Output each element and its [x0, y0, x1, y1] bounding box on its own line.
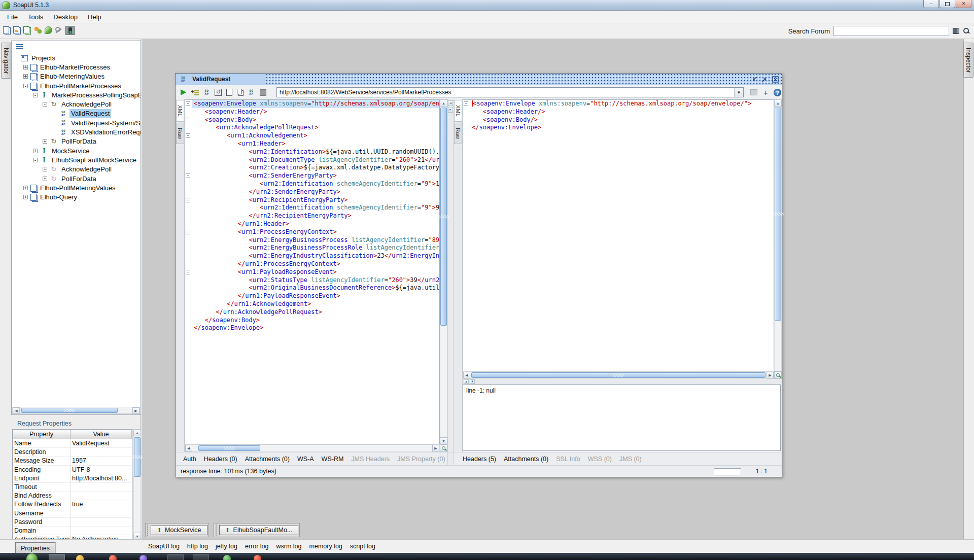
- taskbar-icon[interactable]: [193, 554, 209, 560]
- fold-icon[interactable]: -: [464, 101, 468, 106]
- tree-options-icon[interactable]: [16, 44, 23, 49]
- recreate-request-icon[interactable]: [215, 89, 222, 96]
- property-row-username[interactable]: Username: [13, 509, 132, 518]
- scroll-down-icon[interactable]: ▼: [440, 437, 447, 444]
- collapse-icon[interactable]: -: [33, 158, 38, 162]
- log-tab-jetty-log[interactable]: jetty log: [216, 543, 237, 550]
- scrollbar-thumb[interactable]: [21, 408, 118, 413]
- scroll-up-icon[interactable]: ▲: [133, 429, 141, 436]
- response-tab-headers-5[interactable]: Headers (5): [463, 456, 496, 463]
- endpoint-combo[interactable]: http://localhost:8082/WebService/service…: [276, 87, 744, 97]
- submit-request-icon[interactable]: [181, 89, 186, 95]
- log-tab-http-log[interactable]: http log: [187, 543, 208, 550]
- scroll-up-icon[interactable]: ▲: [440, 99, 447, 107]
- tree-item-acknowledgepoll[interactable]: +AcknowledgePoll: [12, 165, 141, 174]
- tree-item-elhub-pollmarketprocesses[interactable]: -Elhub-PollMarketProcesses: [12, 81, 141, 90]
- expand-icon[interactable]: +: [33, 149, 38, 153]
- scroll-down-icon[interactable]: ▼: [133, 533, 141, 540]
- minimize-button[interactable]: –: [923, 0, 939, 8]
- soap-request-icon[interactable]: [202, 88, 211, 97]
- tree-item-pollfordata[interactable]: +PollForData: [12, 174, 141, 183]
- properties-tab-button[interactable]: Properties: [15, 542, 55, 554]
- property-value[interactable]: [71, 509, 132, 517]
- import-project-icon[interactable]: [13, 26, 19, 33]
- clone-request-icon[interactable]: [237, 89, 242, 94]
- property-row-timeout[interactable]: Timeout: [13, 483, 132, 492]
- horizontal-scrollbar[interactable]: ◀ ▶: [12, 407, 140, 414]
- tree-item-elhub-query[interactable]: +Elhub-Query: [12, 192, 141, 201]
- soap-response-icon[interactable]: [247, 88, 256, 97]
- request-tab-attachments-0[interactable]: Attachments (0): [245, 456, 290, 463]
- collapse-icon[interactable]: -: [43, 102, 47, 107]
- menu-help[interactable]: Help: [83, 12, 107, 22]
- taskbar-icon[interactable]: [254, 555, 261, 560]
- property-row-domain[interactable]: Domain: [13, 527, 132, 535]
- scroll-up-icon[interactable]: ▲: [774, 99, 782, 107]
- maximize-button[interactable]: [940, 0, 955, 8]
- soapui-home-icon[interactable]: [45, 26, 52, 34]
- log-splitter[interactable]: ▲ ▼: [463, 379, 782, 384]
- property-row-bind-address[interactable]: Bind Address: [13, 492, 132, 500]
- tree-item-pollfordata[interactable]: +PollForData: [12, 137, 141, 146]
- tree-item-acknowledgepoll[interactable]: -AcknowledgePoll: [12, 99, 141, 109]
- taskbar-icon[interactable]: [76, 555, 84, 560]
- log-tab-soapui-log[interactable]: SoapUI log: [148, 543, 180, 550]
- change-wsdl-icon[interactable]: [750, 89, 757, 95]
- scroll-right-icon[interactable]: ▶: [132, 407, 140, 413]
- minimized-window-button-elhubsoapfaultmo[interactable]: ElhubSoapFaultMo...: [219, 525, 299, 535]
- search-corner-icon[interactable]: [440, 444, 447, 452]
- property-value[interactable]: http://localhost:80...: [71, 474, 132, 482]
- chevron-down-icon[interactable]: ▼: [734, 88, 743, 97]
- request-tab-ws-a[interactable]: WS-A: [297, 456, 314, 463]
- collapse-icon[interactable]: -: [33, 93, 38, 97]
- expand-up-icon[interactable]: ▲: [464, 379, 469, 384]
- expand-icon[interactable]: +: [23, 195, 28, 199]
- scroll-left-icon[interactable]: ◀: [463, 372, 470, 378]
- menu-desktop[interactable]: Desktop: [48, 12, 83, 22]
- fold-icon[interactable]: -: [186, 173, 190, 178]
- vertical-scrollbar[interactable]: ▲ ▼: [774, 99, 782, 379]
- expand-icon[interactable]: +: [23, 186, 28, 190]
- expand-icon[interactable]: +: [43, 167, 47, 171]
- fold-icon[interactable]: -: [186, 270, 190, 274]
- horizontal-scrollbar[interactable]: ◀ ▶: [463, 371, 774, 379]
- forum-icon[interactable]: [33, 26, 43, 35]
- drag-handle-icon[interactable]: [147, 524, 149, 536]
- collapse-left-icon[interactable]: ◂: [448, 100, 453, 106]
- tree-item-validrequest-system-securi[interactable]: ValidRequest-System/Securi: [12, 118, 141, 127]
- scrollbar-thumb[interactable]: [440, 108, 447, 326]
- add-endpoint-icon[interactable]: [761, 88, 770, 97]
- property-value[interactable]: [71, 518, 132, 526]
- request-tab-headers-0[interactable]: Headers (0): [204, 456, 237, 463]
- tree-item-elhub-meteringvalues[interactable]: +Elhub-MeteringValues: [12, 72, 141, 81]
- close-button[interactable]: ✕: [956, 0, 971, 8]
- tree-item-mockservice[interactable]: +MockService: [12, 146, 141, 155]
- new-project-icon[interactable]: [3, 26, 9, 33]
- property-row-follow-redirects[interactable]: Follow Redirectstrue: [13, 500, 132, 509]
- response-view-tab-xml[interactable]: XML: [454, 100, 462, 122]
- endpoint-url[interactable]: http://localhost:8082/WebService/service…: [277, 89, 734, 96]
- log-tab-memory-log[interactable]: memory log: [309, 543, 342, 550]
- cancel-request-icon[interactable]: [260, 89, 266, 96]
- request-tab-auth[interactable]: Auth: [183, 456, 196, 463]
- tree-item-elhub-marketprocesses[interactable]: +Elhub-MarketProcesses: [12, 62, 141, 72]
- taskbar-icon[interactable]: [140, 555, 147, 560]
- property-value[interactable]: UTF-8: [71, 466, 132, 474]
- property-row-password[interactable]: Password: [13, 518, 132, 527]
- scroll-left-icon[interactable]: ◀: [13, 407, 20, 413]
- preferences-icon[interactable]: [54, 26, 63, 35]
- property-row-message-size[interactable]: Message Size1957: [13, 457, 132, 465]
- fold-icon[interactable]: -: [186, 133, 190, 138]
- search-forum-input[interactable]: [833, 26, 949, 36]
- menu-tools[interactable]: Tools: [23, 12, 48, 22]
- menu-file[interactable]: File: [2, 12, 23, 22]
- scrollbar-thumb[interactable]: [134, 437, 141, 477]
- proxy-icon[interactable]: [65, 26, 75, 35]
- expand-icon[interactable]: +: [43, 177, 47, 181]
- scrollbar-thumb[interactable]: [471, 372, 766, 378]
- request-view-tab-xml[interactable]: XML: [176, 100, 184, 122]
- pane-splitter[interactable]: ◂ ▸: [447, 99, 454, 452]
- response-xml-editor[interactable]: -<soapenv:Envelope xmlns:soapenv="http:/…: [463, 99, 774, 371]
- search-icon[interactable]: [963, 27, 970, 34]
- horizontal-scrollbar[interactable]: ◀ ▶: [185, 444, 440, 452]
